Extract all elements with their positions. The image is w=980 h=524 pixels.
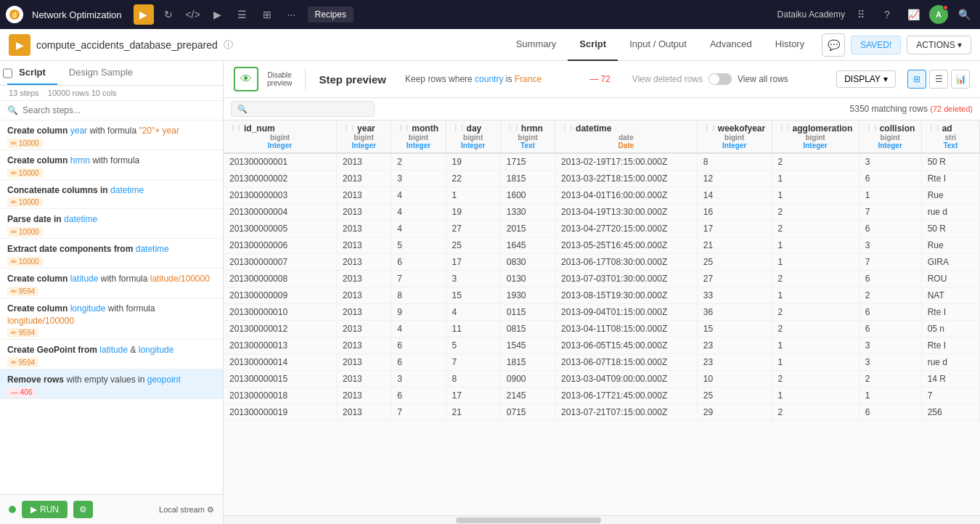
list-view-icon[interactable]: ☰ (929, 70, 948, 89)
table-cell: 1 (772, 237, 859, 254)
table-cell: 7 (859, 254, 921, 271)
saved-button[interactable]: SAVED! (851, 36, 901, 54)
table-search-input[interactable] (252, 104, 368, 114)
col-header-day[interactable]: ⋮⋮ day bigint Integer (446, 120, 500, 153)
col-header-collision[interactable]: ⋮⋮ collision bigint Integer (859, 120, 921, 153)
step-item[interactable]: Create column year with formula "20"+ ye… (0, 120, 223, 150)
col-header-month[interactable]: ⋮⋮ month bigint Integer (391, 120, 446, 153)
step-item[interactable]: Create column latitude with formula lati… (0, 269, 223, 298)
nav-icon-more[interactable]: ··· (282, 4, 302, 25)
col-header-id_num[interactable]: ⋮⋮ id_num bigint Integer (224, 120, 337, 153)
table-cell: 2 (772, 404, 859, 421)
table-row: 201300000002201332218152013-03-22T18:15:… (224, 171, 980, 187)
table-cell: 2013-06-17T21:45:00.000Z (555, 388, 698, 404)
step-item[interactable]: Create column hrmn with formula ✏ 10000 (0, 150, 223, 180)
eye-button[interactable]: 👁 (234, 67, 258, 91)
table-cell: 2 (772, 153, 859, 171)
nav-icon-table[interactable]: ⊞ (257, 4, 277, 25)
avatar[interactable]: A (929, 5, 948, 24)
step-item-selected[interactable]: Remove rows with empty values in geopoin… (0, 369, 223, 399)
horizontal-scrollbar[interactable] (456, 517, 601, 523)
step-preview-title: Step preview (319, 73, 386, 86)
tab-input-output[interactable]: Input / Output (618, 29, 698, 61)
table-cell: 6 (391, 337, 446, 354)
view-deleted-toggle[interactable] (709, 73, 732, 85)
table-cell: 2 (859, 371, 921, 388)
info-icon[interactable]: ⓘ (224, 38, 233, 52)
run-button[interactable]: ▶ RUN (22, 501, 68, 518)
table-cell: 12 (697, 171, 772, 187)
table-row: 201300000009201381519302013-08-15T19:30:… (224, 287, 980, 304)
table-cell: 9 (391, 304, 446, 321)
step-item[interactable]: Extract date components from datetime ✏ … (0, 239, 223, 269)
step-text: Create column longitude with formula lon… (7, 303, 216, 327)
table-cell: 256 (921, 404, 979, 421)
table-cell: 21 (446, 404, 500, 421)
right-icons: Dataiku Academy ⠿ ? 📈 A 🔍 (777, 4, 974, 25)
recipes-button[interactable]: Recipes (308, 7, 354, 22)
table-cell: 1645 (500, 237, 555, 254)
right-panel: 👁 Disable preview Step preview Keep rows… (224, 61, 980, 524)
script-tab[interactable]: Script (7, 61, 57, 85)
actions-button[interactable]: ACTIONS ▾ (907, 36, 971, 54)
tab-script[interactable]: Script (568, 29, 618, 61)
help-icon[interactable]: ? (877, 4, 897, 25)
matching-rows: 5350 matching rows (72 deleted) (850, 104, 973, 114)
table-cell: 1 (859, 388, 921, 404)
col-header-datetime[interactable]: ⋮⋮ datetime date Date (555, 120, 698, 153)
step-item[interactable]: Concatenate columns in datetime ✏ 10000 (0, 180, 223, 210)
tab-summary[interactable]: Summary (505, 29, 568, 61)
nav-icon-active[interactable]: ▶ (134, 4, 154, 25)
display-button[interactable]: DISPLAY ▾ (836, 70, 896, 88)
col-header-year[interactable]: ⋮⋮ year bigint Integer (337, 120, 391, 153)
step-text: Remove rows with empty values in geopoin… (7, 374, 216, 386)
table-cell: rue d (921, 204, 979, 221)
nav-icon-play[interactable]: ▶ (208, 4, 228, 25)
table-cell: 2013 (337, 388, 391, 404)
search-input[interactable] (23, 105, 216, 115)
analytics-icon[interactable]: 📈 (903, 4, 923, 25)
step-badge: ✏ 10000 (7, 227, 43, 237)
grid-icon[interactable]: ⠿ (851, 4, 871, 25)
design-sample-tab[interactable]: Design Sample (57, 61, 144, 85)
scrollbar-area[interactable] (224, 515, 980, 524)
panel-header: Script Design Sample (0, 61, 223, 86)
table-cell: 3 (446, 271, 500, 287)
comment-button[interactable]: 💬 (822, 33, 845, 57)
step-item[interactable]: Create GeoPoint from latitude & longitud… (0, 340, 223, 369)
nav-icon-refresh[interactable]: ↻ (158, 4, 179, 25)
table-row: 201300000006201352516452013-05-25T16:45:… (224, 237, 980, 254)
recipe-icon: ▶ (9, 34, 30, 56)
table-cell: 2013 (337, 337, 391, 354)
col-header-ad[interactable]: ⋮⋮ ad stri Text (921, 120, 979, 153)
run-settings-button[interactable]: ⚙ (73, 501, 93, 518)
notification-dot (943, 5, 948, 10)
table-cell: 3 (859, 354, 921, 371)
table-cell: 2013-06-05T15:45:00.000Z (555, 337, 698, 354)
table-cell: 7 (446, 354, 500, 371)
step-item[interactable]: Create column longitude with formula lon… (0, 298, 223, 340)
tab-history[interactable]: History (764, 29, 816, 61)
search-icon[interactable]: 🔍 (954, 4, 974, 25)
table-row: 201300000001201321917152013-02-19T17:15:… (224, 153, 980, 171)
table-cell: 2013 (337, 321, 391, 337)
main-content: Script Design Sample 13 steps 10000 rows… (0, 61, 980, 524)
tab-advanced[interactable]: Advanced (698, 29, 764, 61)
table-cell: 6 (391, 388, 446, 404)
col-header-weekofyear[interactable]: ⋮⋮ weekofyear bigint Integer (697, 120, 772, 153)
chart-view-icon[interactable]: 📊 (951, 70, 970, 89)
nav-icon-grid[interactable]: ☰ (232, 4, 253, 25)
step-item[interactable]: Parse date in datetime ✏ 10000 (0, 209, 223, 239)
col-header-agglomeration[interactable]: ⋮⋮ agglomeration bigint Integer (772, 120, 859, 153)
table-cell: 8 (446, 371, 500, 388)
nav-icon-code[interactable]: </> (183, 4, 203, 25)
table-cell: 5 (391, 237, 446, 254)
table-cell: 4 (391, 321, 446, 337)
table-cell: 2 (859, 287, 921, 304)
table-cell: 6 (391, 254, 446, 271)
grid-view-icon[interactable]: ⊞ (907, 70, 926, 89)
table-cell: 17 (446, 254, 500, 271)
col-header-hrmn[interactable]: ⋮⋮ hrmn bigint Text (500, 120, 555, 153)
steps-list: Create column year with formula "20"+ ye… (0, 120, 223, 494)
table-cell: 201300000009 (224, 287, 337, 304)
